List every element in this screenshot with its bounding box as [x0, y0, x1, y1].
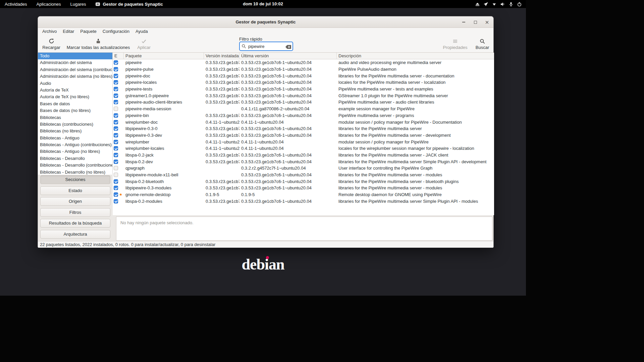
sidebar-section-item[interactable]: Bibliotecas (no libres) [38, 128, 112, 134]
table-row[interactable]: libpipewire-module-x11-bell0.3.53.r23.ge… [113, 172, 494, 178]
power-icon[interactable] [517, 1, 522, 7]
quick-filter-input[interactable] [239, 42, 293, 51]
table-row[interactable]: pipewire-pulse0.3.53.r23.ge1cb7c0.3.53.r… [113, 66, 494, 73]
package-checkbox[interactable] [114, 80, 118, 84]
sidebar-section-item[interactable]: Autoría de TeX [38, 87, 112, 94]
mark-all-upgrades-button[interactable]: Marcar todas las actualizaciones [65, 36, 132, 52]
send-icon[interactable] [483, 1, 488, 7]
network-icon[interactable] [491, 1, 497, 7]
properties-button[interactable]: Propiedades [440, 36, 470, 52]
package-checkbox[interactable] [114, 113, 118, 118]
sidebar-section-item[interactable]: Bibliotecas (contribuciones) [38, 121, 112, 128]
package-checkbox[interactable] [114, 186, 118, 190]
sidebar-button[interactable]: Secciones [40, 175, 110, 184]
table-row[interactable]: libpipewire-0.3-dev0.3.53.r23.ge1cb7c0.3… [113, 132, 494, 139]
package-checkbox[interactable] [114, 120, 118, 124]
package-checkbox[interactable] [114, 67, 118, 71]
volume-icon[interactable] [500, 1, 505, 7]
package-checkbox[interactable] [114, 173, 118, 177]
clear-filter-icon[interactable] [285, 44, 291, 48]
table-row[interactable]: gstreamer1.0-pipewire0.3.53.r23.ge1cb7c0… [113, 92, 494, 99]
sidebar-button[interactable]: Arquitectura [40, 230, 110, 239]
microphone-icon[interactable] [508, 1, 514, 7]
eject-icon[interactable] [475, 1, 480, 7]
package-checkbox[interactable] [114, 153, 118, 157]
column-header[interactable]: Última versión [239, 53, 337, 59]
maximize-button[interactable] [472, 19, 478, 25]
menu-item[interactable]: Paquete [77, 28, 99, 35]
menu-item[interactable]: Archivo [39, 28, 60, 35]
search-button[interactable]: Buscar [471, 36, 494, 52]
menu-item[interactable]: Ayuda [132, 28, 151, 35]
package-checkbox[interactable] [114, 199, 118, 203]
sidebar-button[interactable]: Estado [40, 186, 110, 195]
places-menu[interactable]: Lugares [65, 0, 91, 8]
table-row[interactable]: pipewire0.3.53.r23.ge1cb7c0.3.53.r23.ge1… [113, 59, 494, 66]
sidebar-section-item[interactable]: Administración del sistema [38, 59, 112, 66]
activities-button[interactable]: Actividades [0, 0, 32, 8]
package-checkbox[interactable] [114, 126, 118, 131]
package-checkbox[interactable] [114, 133, 118, 137]
table-row[interactable]: libpipewire-0.3-00.3.53.r23.ge1cb7c0.3.5… [113, 125, 494, 132]
menu-item[interactable]: Editar [60, 28, 77, 35]
column-header[interactable]: Paquete [124, 53, 204, 59]
minimize-button[interactable] [461, 19, 467, 25]
package-checkbox[interactable] [114, 140, 118, 144]
reload-button[interactable]: Recargar [38, 36, 65, 52]
sidebar-section-item[interactable]: Bases de datos (no libres) [38, 107, 112, 114]
sidebar-section-item[interactable]: Administración del sistema (no libres) [38, 73, 112, 80]
sidebar-section-item[interactable]: Bibliotecas - Antiguo (contribuciones) [38, 141, 112, 148]
package-checkbox[interactable] [114, 107, 118, 111]
package-checkbox[interactable] [114, 100, 118, 104]
table-row[interactable]: libspa-0.2-bluetooth0.3.53.r23.ge1cb7c0.… [113, 178, 494, 185]
sidebar-section-item[interactable]: Bibliotecas - Desarrollo (contribuciones… [38, 162, 112, 169]
table-row[interactable]: libspa-0.2-dev0.3.53.r23.ge1cb7c0.3.53.r… [113, 158, 494, 165]
table-row[interactable]: wireplumber0.4.11-1~ubuntu200.4.11-1~ubu… [113, 138, 494, 145]
table-row[interactable]: wireplumber-locales0.4.11-1~ubuntu200.4.… [113, 145, 494, 152]
package-checkbox[interactable] [114, 60, 118, 65]
table-row[interactable]: libpipewire-0.3-modules0.3.53.r23.ge1cb7… [113, 185, 494, 191]
table-row[interactable]: wireplumber-doc0.4.11-1~ubuntu200.4.11-1… [113, 119, 494, 125]
table-row[interactable]: ★gnome-remote-desktop0.1.9-50.1.9-5Remot… [113, 191, 494, 198]
sidebar-section-item[interactable]: Todo [38, 53, 112, 59]
column-header[interactable]: Versión instalada [204, 53, 239, 59]
table-row[interactable]: qpwgraph0.3.2.r2.g4572c7f-1~ubuntu20.04U… [113, 165, 494, 172]
sidebar-section-item[interactable]: Bibliotecas [38, 114, 112, 121]
package-checkbox[interactable] [114, 87, 118, 91]
focused-app-menu[interactable]: Gestor de paquetes Synaptic [91, 0, 167, 8]
apply-button[interactable]: Aplicar [132, 36, 156, 52]
titlebar[interactable]: Gestor de paquetes Synaptic ✕ [38, 16, 493, 28]
package-checkbox[interactable] [114, 146, 118, 150]
table-row[interactable]: pipewire-media-session0.4.1.r11.ga870086… [113, 106, 494, 112]
sidebar-button[interactable]: Origen [40, 197, 110, 206]
table-row[interactable]: pipewire-bin0.3.53.r23.ge1cb7c0.3.53.r23… [113, 112, 494, 119]
close-button[interactable]: ✕ [484, 19, 490, 25]
applications-menu[interactable]: Aplicaciones [32, 0, 65, 8]
package-checkbox[interactable] [114, 94, 118, 98]
package-checkbox[interactable] [114, 74, 118, 78]
table-row[interactable]: pipewire-tests0.3.53.r23.ge1cb7c0.3.53.r… [113, 86, 494, 93]
column-header[interactable]: Descripción [337, 53, 494, 59]
sidebar-button[interactable]: Resultados de la búsqueda [40, 219, 110, 228]
table-row[interactable]: libspa-0.2-jack0.3.53.r23.ge1cb7c0.3.53.… [113, 152, 494, 159]
system-status-area[interactable] [475, 0, 522, 8]
table-row[interactable]: pipewire-doc0.3.53.r23.ge1cb7c0.3.53.r23… [113, 72, 494, 79]
sidebar-button[interactable]: Filtros [40, 208, 110, 217]
table-row[interactable]: libspa-0.2-modules0.3.53.r23.ge1cb7c0.3.… [113, 198, 494, 204]
sidebar-section-item[interactable]: Autoría de TeX (no libres) [38, 94, 112, 100]
sidebar-section-item[interactable]: Bibliotecas - Antiguo [38, 135, 112, 141]
menu-item[interactable]: Configuración [100, 28, 132, 35]
package-checkbox[interactable] [114, 179, 118, 184]
package-checkbox[interactable] [114, 166, 118, 170]
sidebar-section-item[interactable]: Bibliotecas - Desarrollo [38, 155, 112, 162]
sidebar-section-item[interactable]: Bibliotecas - Antiguo (no libres) [38, 148, 112, 155]
table-row[interactable]: pipewire-audio-client-libraries0.3.53.r2… [113, 99, 494, 106]
column-header[interactable]: E [113, 53, 124, 59]
package-checkbox[interactable] [114, 160, 118, 164]
sidebar-section-item[interactable]: Bibliotecas - Desarrollo (no libres) [38, 169, 112, 175]
sidebar-section-item[interactable]: Audio [38, 80, 112, 87]
sidebar-section-item[interactable]: Administración del sistema (contribucion… [38, 66, 112, 73]
table-row[interactable]: pipewire-locales0.3.53.r23.ge1cb7c0.3.53… [113, 79, 494, 86]
package-checkbox[interactable] [114, 192, 118, 197]
sidebar-section-item[interactable]: Bases de datos [38, 101, 112, 107]
